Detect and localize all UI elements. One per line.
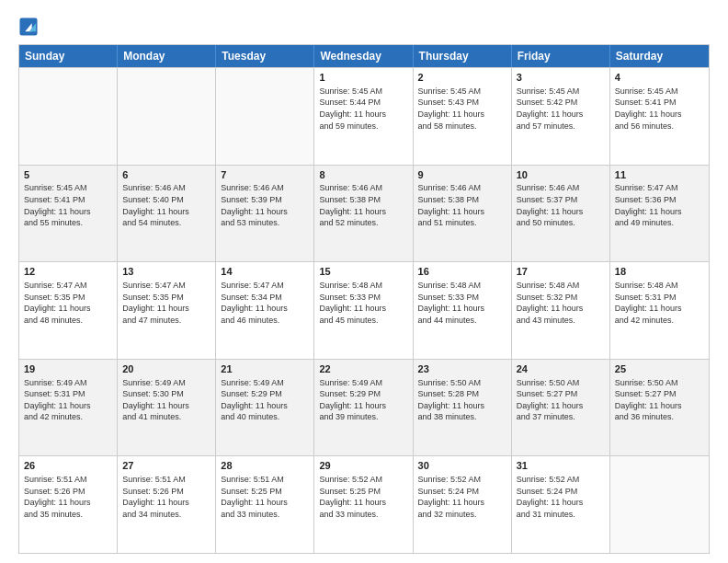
calendar-cell: 30Sunrise: 5:52 AM Sunset: 5:24 PM Dayli… [414,456,512,553]
day-number: 11 [615,168,704,182]
day-info: Sunrise: 5:45 AM Sunset: 5:42 PM Dayligh… [517,86,605,132]
calendar-cell: 9Sunrise: 5:46 AM Sunset: 5:38 PM Daylig… [414,166,512,262]
weekday-header: Monday [118,45,216,67]
day-number: 29 [319,459,407,473]
calendar-cell: 10Sunrise: 5:46 AM Sunset: 5:37 PM Dayli… [512,166,610,262]
day-info: Sunrise: 5:51 AM Sunset: 5:26 PM Dayligh… [122,474,210,520]
calendar-cell: 21Sunrise: 5:49 AM Sunset: 5:29 PM Dayli… [216,360,314,456]
day-info: Sunrise: 5:46 AM Sunset: 5:39 PM Dayligh… [221,182,309,228]
calendar-cell: 26Sunrise: 5:51 AM Sunset: 5:26 PM Dayli… [19,456,118,553]
day-info: Sunrise: 5:49 AM Sunset: 5:29 PM Dayligh… [319,377,407,423]
calendar: SundayMondayTuesdayWednesdayThursdayFrid… [18,44,710,554]
calendar-cell: 23Sunrise: 5:50 AM Sunset: 5:28 PM Dayli… [414,360,512,456]
day-info: Sunrise: 5:46 AM Sunset: 5:40 PM Dayligh… [122,182,210,228]
weekday-header: Saturday [610,45,709,67]
day-info: Sunrise: 5:46 AM Sunset: 5:37 PM Dayligh… [517,182,605,228]
day-number: 26 [24,459,112,473]
day-number: 9 [418,168,506,182]
logo-icon [18,17,39,37]
day-number: 13 [122,265,210,279]
logo [18,17,40,37]
calendar-cell: 4Sunrise: 5:45 AM Sunset: 5:41 PM Daylig… [610,68,709,165]
day-info: Sunrise: 5:49 AM Sunset: 5:29 PM Dayligh… [221,377,309,423]
weekday-header: Friday [512,45,610,67]
calendar-row: 19Sunrise: 5:49 AM Sunset: 5:31 PM Dayli… [19,359,709,456]
calendar-cell: 14Sunrise: 5:47 AM Sunset: 5:34 PM Dayli… [216,262,314,359]
day-info: Sunrise: 5:47 AM Sunset: 5:34 PM Dayligh… [221,280,309,326]
day-info: Sunrise: 5:49 AM Sunset: 5:31 PM Dayligh… [24,377,112,423]
calendar-cell [216,68,314,165]
calendar-cell: 20Sunrise: 5:49 AM Sunset: 5:30 PM Dayli… [118,360,216,456]
calendar-header: SundayMondayTuesdayWednesdayThursdayFrid… [19,45,709,67]
day-info: Sunrise: 5:52 AM Sunset: 5:24 PM Dayligh… [418,474,506,520]
day-info: Sunrise: 5:48 AM Sunset: 5:32 PM Dayligh… [517,280,605,326]
day-number: 5 [24,168,112,182]
weekday-header: Thursday [414,45,512,67]
calendar-cell: 17Sunrise: 5:48 AM Sunset: 5:32 PM Dayli… [512,262,610,359]
page-header [18,17,710,37]
day-info: Sunrise: 5:45 AM Sunset: 5:43 PM Dayligh… [418,86,506,132]
calendar-body: 1Sunrise: 5:45 AM Sunset: 5:44 PM Daylig… [19,67,709,553]
day-number: 6 [122,168,210,182]
day-info: Sunrise: 5:45 AM Sunset: 5:41 PM Dayligh… [615,86,704,132]
weekday-header: Sunday [19,45,118,67]
day-info: Sunrise: 5:47 AM Sunset: 5:35 PM Dayligh… [24,280,112,326]
day-info: Sunrise: 5:47 AM Sunset: 5:35 PM Dayligh… [122,280,210,326]
day-number: 23 [418,362,506,376]
day-info: Sunrise: 5:50 AM Sunset: 5:27 PM Dayligh… [615,377,704,423]
day-info: Sunrise: 5:52 AM Sunset: 5:24 PM Dayligh… [517,474,605,520]
day-number: 24 [517,362,605,376]
day-info: Sunrise: 5:48 AM Sunset: 5:31 PM Dayligh… [615,280,704,326]
day-info: Sunrise: 5:46 AM Sunset: 5:38 PM Dayligh… [418,182,506,228]
day-number: 19 [24,362,112,376]
day-number: 25 [615,362,704,376]
calendar-cell: 13Sunrise: 5:47 AM Sunset: 5:35 PM Dayli… [118,262,216,359]
calendar-cell: 24Sunrise: 5:50 AM Sunset: 5:27 PM Dayli… [512,360,610,456]
calendar-cell: 22Sunrise: 5:49 AM Sunset: 5:29 PM Dayli… [314,360,413,456]
calendar-cell [118,68,216,165]
calendar-cell: 5Sunrise: 5:45 AM Sunset: 5:41 PM Daylig… [19,166,118,262]
day-number: 1 [319,71,407,85]
calendar-cell: 11Sunrise: 5:47 AM Sunset: 5:36 PM Dayli… [610,166,709,262]
weekday-header: Tuesday [216,45,314,67]
day-info: Sunrise: 5:51 AM Sunset: 5:25 PM Dayligh… [221,474,309,520]
calendar-cell: 6Sunrise: 5:46 AM Sunset: 5:40 PM Daylig… [118,166,216,262]
weekday-header: Wednesday [314,45,413,67]
calendar-cell: 8Sunrise: 5:46 AM Sunset: 5:38 PM Daylig… [314,166,413,262]
day-info: Sunrise: 5:50 AM Sunset: 5:27 PM Dayligh… [517,377,605,423]
day-info: Sunrise: 5:51 AM Sunset: 5:26 PM Dayligh… [24,474,112,520]
day-number: 30 [418,459,506,473]
day-number: 10 [517,168,605,182]
day-number: 12 [24,265,112,279]
calendar-cell: 12Sunrise: 5:47 AM Sunset: 5:35 PM Dayli… [19,262,118,359]
calendar-cell: 18Sunrise: 5:48 AM Sunset: 5:31 PM Dayli… [610,262,709,359]
day-info: Sunrise: 5:47 AM Sunset: 5:36 PM Dayligh… [615,182,704,228]
calendar-cell: 15Sunrise: 5:48 AM Sunset: 5:33 PM Dayli… [314,262,413,359]
day-number: 14 [221,265,309,279]
day-number: 27 [122,459,210,473]
day-info: Sunrise: 5:46 AM Sunset: 5:38 PM Dayligh… [319,182,407,228]
calendar-row: 5Sunrise: 5:45 AM Sunset: 5:41 PM Daylig… [19,165,709,262]
day-info: Sunrise: 5:45 AM Sunset: 5:44 PM Dayligh… [319,86,407,132]
day-number: 16 [418,265,506,279]
calendar-cell [610,456,709,553]
calendar-cell: 16Sunrise: 5:48 AM Sunset: 5:33 PM Dayli… [414,262,512,359]
day-info: Sunrise: 5:52 AM Sunset: 5:25 PM Dayligh… [319,474,407,520]
calendar-cell: 3Sunrise: 5:45 AM Sunset: 5:42 PM Daylig… [512,68,610,165]
calendar-row: 12Sunrise: 5:47 AM Sunset: 5:35 PM Dayli… [19,261,709,359]
day-info: Sunrise: 5:45 AM Sunset: 5:41 PM Dayligh… [24,182,112,228]
day-number: 21 [221,362,309,376]
day-number: 31 [517,459,605,473]
day-number: 22 [319,362,407,376]
day-number: 28 [221,459,309,473]
calendar-cell: 28Sunrise: 5:51 AM Sunset: 5:25 PM Dayli… [216,456,314,553]
day-info: Sunrise: 5:49 AM Sunset: 5:30 PM Dayligh… [122,377,210,423]
calendar-cell: 1Sunrise: 5:45 AM Sunset: 5:44 PM Daylig… [314,68,413,165]
day-info: Sunrise: 5:48 AM Sunset: 5:33 PM Dayligh… [418,280,506,326]
day-number: 7 [221,168,309,182]
calendar-cell [19,68,118,165]
day-number: 3 [517,71,605,85]
calendar-cell: 2Sunrise: 5:45 AM Sunset: 5:43 PM Daylig… [414,68,512,165]
calendar-cell: 27Sunrise: 5:51 AM Sunset: 5:26 PM Dayli… [118,456,216,553]
calendar-row: 26Sunrise: 5:51 AM Sunset: 5:26 PM Dayli… [19,455,709,553]
